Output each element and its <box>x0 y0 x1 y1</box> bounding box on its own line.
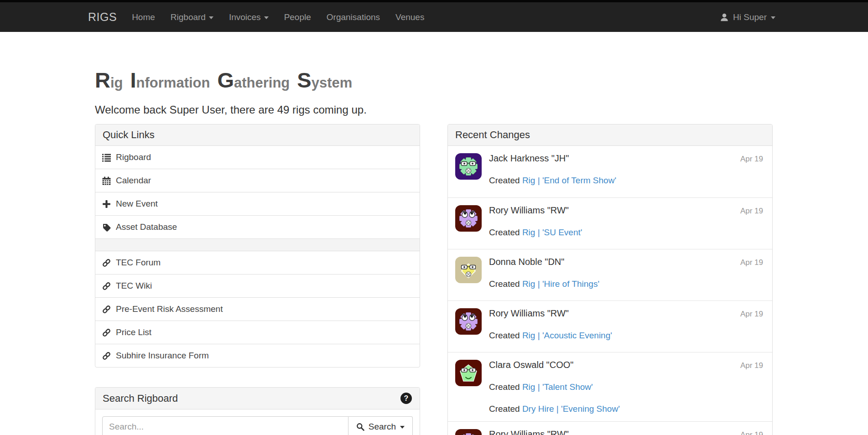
entry-user-name: Rory Williams "RW" <box>489 308 569 319</box>
quick-link-label: Pre-Event Risk Assessment <box>116 304 223 314</box>
main-content: RigInformationGatheringSystem Welcome ba… <box>95 67 773 435</box>
entry-user-name: Rory Williams "RW" <box>489 205 569 216</box>
page-title-word: System <box>297 74 352 91</box>
entry-user-name: Jack Harkness "JH" <box>489 153 569 164</box>
user-menu[interactable]: Hi Super <box>720 2 775 32</box>
right-column: Recent Changes Jack Harkness "JH"Apr 19C… <box>447 124 773 435</box>
search-button[interactable]: Search <box>348 416 413 435</box>
entry-action-prefix: Created <box>489 228 522 237</box>
nav-item-label: Organisations <box>327 12 380 22</box>
user-avatar <box>455 429 482 435</box>
recent-changes-list: Jack Harkness "JH"Apr 19Created Rig | 'E… <box>448 146 772 435</box>
page-title-word: Information <box>130 74 210 91</box>
nav-item-label: Rigboard <box>171 12 206 22</box>
search-rigboard-heading: Search Rigboard ? <box>95 388 420 409</box>
user-avatar <box>455 153 482 180</box>
left-column: Quick Links RigboardCalendarNew EventAss… <box>95 124 420 435</box>
quick-link-calendar[interactable]: Calendar <box>95 169 420 192</box>
nav-item-people[interactable]: People <box>276 2 319 32</box>
entry-action: Created Dry Hire | 'Evening Show' <box>489 404 763 414</box>
user-icon <box>720 13 729 22</box>
quick-link-asset-database[interactable]: Asset Database <box>95 215 420 238</box>
nav-item-organisations[interactable]: Organisations <box>319 2 388 32</box>
recent-change-entry: Clara Oswald "COO"Apr 19Created Rig | 'T… <box>448 352 772 421</box>
quick-link-pre-event-risk-assessment[interactable]: Pre-Event Risk Assessment <box>95 297 420 321</box>
entry-action-link[interactable]: Rig | 'Talent Show' <box>522 382 593 392</box>
nav-item-label: Invoices <box>229 12 261 22</box>
quick-link-label: New Event <box>116 199 158 209</box>
recent-changes-heading: Recent Changes <box>448 124 772 146</box>
quick-link-tec-forum[interactable]: TEC Forum <box>95 251 420 274</box>
search-icon <box>356 423 364 431</box>
quick-link-rigboard[interactable]: Rigboard <box>95 146 420 169</box>
plus-icon <box>102 200 111 208</box>
entry-user-name: Rory Williams "RW" <box>489 429 569 435</box>
quick-link-tec-wiki[interactable]: TEC Wiki <box>95 274 420 297</box>
entry-action: Created Rig | 'Talent Show' <box>489 382 763 392</box>
search-body: Search <box>95 409 420 435</box>
link-icon <box>102 305 111 314</box>
entry-action-prefix: Created <box>489 404 522 414</box>
question-circle-icon[interactable]: ? <box>400 392 412 404</box>
quick-link-label: Subhire Insurance Form <box>116 351 209 361</box>
quick-link-price-list[interactable]: Price List <box>95 321 420 344</box>
page-title-word: Gathering <box>217 74 290 91</box>
quick-link-subhire-insurance-form[interactable]: Subhire Insurance Form <box>95 344 420 367</box>
quick-links-title: Quick Links <box>103 129 155 141</box>
recent-change-entry: Rory Williams "RW"Apr 19Created Rig | 'A… <box>448 300 772 352</box>
entry-action-prefix: Created <box>489 176 522 185</box>
entry-date: Apr 19 <box>740 430 763 435</box>
svg-text:?: ? <box>404 394 409 402</box>
nav-item-label: Home <box>132 12 155 22</box>
user-avatar <box>455 257 482 283</box>
recent-change-entry: Jack Harkness "JH"Apr 19Created Rig | 'E… <box>448 146 772 197</box>
entry-date: Apr 19 <box>740 155 763 164</box>
chevron-down-icon <box>209 16 213 19</box>
entry-date: Apr 19 <box>740 310 763 319</box>
nav-item-label: Venues <box>395 12 424 22</box>
search-button-label: Search <box>369 422 396 432</box>
user-avatar <box>455 360 482 386</box>
user-avatar <box>455 308 482 335</box>
entry-action-link[interactable]: Dry Hire | 'Evening Show' <box>522 404 620 414</box>
entry-action-prefix: Created <box>489 331 522 340</box>
search-rigboard-title: Search Rigboard <box>103 393 178 404</box>
entry-user-name: Clara Oswald "COO" <box>489 360 573 370</box>
quick-links-list: RigboardCalendarNew EventAsset DatabaseT… <box>95 146 420 367</box>
nav-items: HomeRigboardInvoicesPeopleOrganisationsV… <box>124 2 432 32</box>
navbar: RIGS HomeRigboardInvoicesPeopleOrganisat… <box>0 2 868 32</box>
nav-item-rigboard[interactable]: Rigboard <box>163 2 221 32</box>
quick-link-new-event[interactable]: New Event <box>95 192 420 215</box>
search-input[interactable] <box>102 416 348 435</box>
entry-action-link[interactable]: Rig | 'Hire of Things' <box>522 279 599 289</box>
entry-date: Apr 19 <box>740 258 763 267</box>
recent-change-entry: Rory Williams "RW"Apr 19 <box>448 421 772 435</box>
entry-action: Created Rig | 'End of Term Show' <box>489 176 763 186</box>
search-rigboard-panel: Search Rigboard ? Search <box>95 387 420 435</box>
link-icon <box>102 352 111 360</box>
welcome-text: Welcome back Super User, there are 49 ri… <box>95 104 773 116</box>
quick-link-label: Price List <box>116 327 151 337</box>
entry-user-name: Donna Noble "DN" <box>489 257 564 267</box>
entry-action-link[interactable]: Rig | 'Acoustic Evening' <box>522 331 612 340</box>
entry-action-link[interactable]: Rig | 'SU Event' <box>522 228 582 237</box>
entry-action-prefix: Created <box>489 382 522 392</box>
page-title: RigInformationGatheringSystem <box>95 67 773 93</box>
quick-links-separator <box>95 238 420 251</box>
quick-links-panel: Quick Links RigboardCalendarNew EventAss… <box>95 124 420 368</box>
entry-action: Created Rig | 'Acoustic Evening' <box>489 331 763 341</box>
user-avatar <box>455 205 482 232</box>
entry-action-link[interactable]: Rig | 'End of Term Show' <box>522 176 616 185</box>
list-icon <box>102 153 111 162</box>
quick-links-heading: Quick Links <box>95 124 420 146</box>
link-icon <box>102 328 111 337</box>
nav-item-label: People <box>284 12 311 22</box>
nav-item-home[interactable]: Home <box>124 2 163 32</box>
quick-link-label: Asset Database <box>116 222 177 232</box>
nav-item-venues[interactable]: Venues <box>388 2 432 32</box>
entry-action: Created Rig | 'Hire of Things' <box>489 279 763 289</box>
nav-item-invoices[interactable]: Invoices <box>221 2 276 32</box>
brand-link[interactable]: RIGS <box>88 10 117 24</box>
user-menu-label: Hi Super <box>733 12 767 22</box>
page-title-word: Rig <box>95 74 123 91</box>
